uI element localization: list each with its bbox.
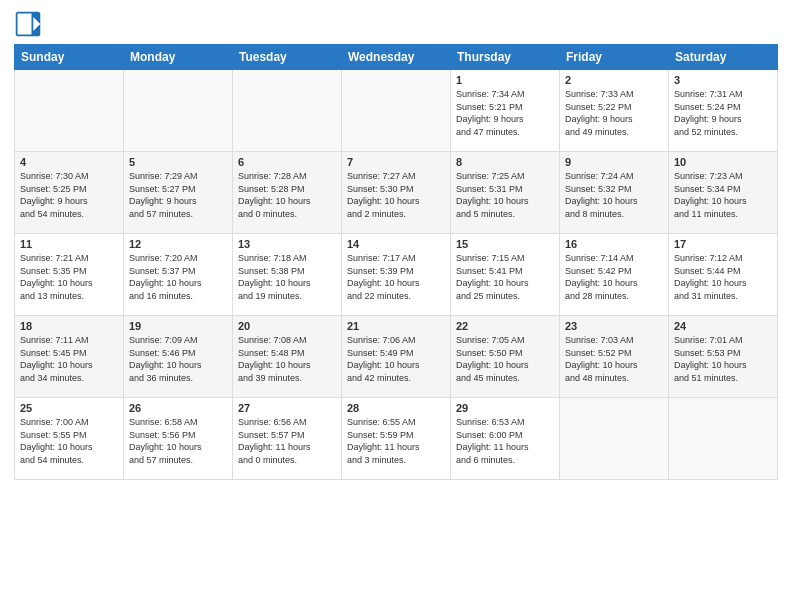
calendar-cell [560, 398, 669, 480]
cell-content: Sunrise: 6:53 AM Sunset: 6:00 PM Dayligh… [456, 416, 554, 466]
cell-content: Sunrise: 6:56 AM Sunset: 5:57 PM Dayligh… [238, 416, 336, 466]
calendar-cell: 16Sunrise: 7:14 AM Sunset: 5:42 PM Dayli… [560, 234, 669, 316]
cell-content: Sunrise: 6:58 AM Sunset: 5:56 PM Dayligh… [129, 416, 227, 466]
day-number: 4 [20, 156, 118, 168]
cell-content: Sunrise: 7:01 AM Sunset: 5:53 PM Dayligh… [674, 334, 772, 384]
header-cell-saturday: Saturday [669, 45, 778, 70]
calendar-cell: 21Sunrise: 7:06 AM Sunset: 5:49 PM Dayli… [342, 316, 451, 398]
day-number: 27 [238, 402, 336, 414]
cell-content: Sunrise: 7:33 AM Sunset: 5:22 PM Dayligh… [565, 88, 663, 138]
day-number: 18 [20, 320, 118, 332]
calendar-cell: 3Sunrise: 7:31 AM Sunset: 5:24 PM Daylig… [669, 70, 778, 152]
calendar-cell: 6Sunrise: 7:28 AM Sunset: 5:28 PM Daylig… [233, 152, 342, 234]
calendar-cell: 10Sunrise: 7:23 AM Sunset: 5:34 PM Dayli… [669, 152, 778, 234]
calendar-cell: 23Sunrise: 7:03 AM Sunset: 5:52 PM Dayli… [560, 316, 669, 398]
week-row-1: 1Sunrise: 7:34 AM Sunset: 5:21 PM Daylig… [15, 70, 778, 152]
calendar-cell: 11Sunrise: 7:21 AM Sunset: 5:35 PM Dayli… [15, 234, 124, 316]
calendar-cell: 8Sunrise: 7:25 AM Sunset: 5:31 PM Daylig… [451, 152, 560, 234]
day-number: 26 [129, 402, 227, 414]
day-number: 13 [238, 238, 336, 250]
day-number: 12 [129, 238, 227, 250]
day-number: 25 [20, 402, 118, 414]
cell-content: Sunrise: 7:08 AM Sunset: 5:48 PM Dayligh… [238, 334, 336, 384]
day-number: 15 [456, 238, 554, 250]
calendar-cell [669, 398, 778, 480]
cell-content: Sunrise: 7:30 AM Sunset: 5:25 PM Dayligh… [20, 170, 118, 220]
calendar-cell: 19Sunrise: 7:09 AM Sunset: 5:46 PM Dayli… [124, 316, 233, 398]
header-cell-monday: Monday [124, 45, 233, 70]
day-number: 11 [20, 238, 118, 250]
day-number: 29 [456, 402, 554, 414]
calendar-header: SundayMondayTuesdayWednesdayThursdayFrid… [15, 45, 778, 70]
header-cell-thursday: Thursday [451, 45, 560, 70]
cell-content: Sunrise: 7:23 AM Sunset: 5:34 PM Dayligh… [674, 170, 772, 220]
cell-content: Sunrise: 7:06 AM Sunset: 5:49 PM Dayligh… [347, 334, 445, 384]
day-number: 16 [565, 238, 663, 250]
calendar-cell: 2Sunrise: 7:33 AM Sunset: 5:22 PM Daylig… [560, 70, 669, 152]
cell-content: Sunrise: 7:24 AM Sunset: 5:32 PM Dayligh… [565, 170, 663, 220]
cell-content: Sunrise: 6:55 AM Sunset: 5:59 PM Dayligh… [347, 416, 445, 466]
svg-rect-2 [18, 14, 32, 35]
cell-content: Sunrise: 7:14 AM Sunset: 5:42 PM Dayligh… [565, 252, 663, 302]
day-number: 21 [347, 320, 445, 332]
logo-icon [14, 10, 42, 38]
logo [14, 10, 46, 38]
calendar-cell [124, 70, 233, 152]
header-cell-friday: Friday [560, 45, 669, 70]
calendar-cell: 1Sunrise: 7:34 AM Sunset: 5:21 PM Daylig… [451, 70, 560, 152]
cell-content: Sunrise: 7:15 AM Sunset: 5:41 PM Dayligh… [456, 252, 554, 302]
header-cell-sunday: Sunday [15, 45, 124, 70]
calendar-body: 1Sunrise: 7:34 AM Sunset: 5:21 PM Daylig… [15, 70, 778, 480]
day-number: 5 [129, 156, 227, 168]
calendar-cell: 12Sunrise: 7:20 AM Sunset: 5:37 PM Dayli… [124, 234, 233, 316]
cell-content: Sunrise: 7:00 AM Sunset: 5:55 PM Dayligh… [20, 416, 118, 466]
week-row-2: 4Sunrise: 7:30 AM Sunset: 5:25 PM Daylig… [15, 152, 778, 234]
day-number: 6 [238, 156, 336, 168]
cell-content: Sunrise: 7:27 AM Sunset: 5:30 PM Dayligh… [347, 170, 445, 220]
calendar-cell: 27Sunrise: 6:56 AM Sunset: 5:57 PM Dayli… [233, 398, 342, 480]
cell-content: Sunrise: 7:28 AM Sunset: 5:28 PM Dayligh… [238, 170, 336, 220]
week-row-3: 11Sunrise: 7:21 AM Sunset: 5:35 PM Dayli… [15, 234, 778, 316]
calendar-table: SundayMondayTuesdayWednesdayThursdayFrid… [14, 44, 778, 480]
day-number: 10 [674, 156, 772, 168]
week-row-5: 25Sunrise: 7:00 AM Sunset: 5:55 PM Dayli… [15, 398, 778, 480]
calendar-cell: 24Sunrise: 7:01 AM Sunset: 5:53 PM Dayli… [669, 316, 778, 398]
cell-content: Sunrise: 7:34 AM Sunset: 5:21 PM Dayligh… [456, 88, 554, 138]
calendar-cell: 25Sunrise: 7:00 AM Sunset: 5:55 PM Dayli… [15, 398, 124, 480]
calendar-cell: 5Sunrise: 7:29 AM Sunset: 5:27 PM Daylig… [124, 152, 233, 234]
day-number: 19 [129, 320, 227, 332]
cell-content: Sunrise: 7:20 AM Sunset: 5:37 PM Dayligh… [129, 252, 227, 302]
page: SundayMondayTuesdayWednesdayThursdayFrid… [0, 0, 792, 612]
week-row-4: 18Sunrise: 7:11 AM Sunset: 5:45 PM Dayli… [15, 316, 778, 398]
day-number: 24 [674, 320, 772, 332]
day-number: 20 [238, 320, 336, 332]
cell-content: Sunrise: 7:12 AM Sunset: 5:44 PM Dayligh… [674, 252, 772, 302]
calendar-cell [15, 70, 124, 152]
calendar-cell: 4Sunrise: 7:30 AM Sunset: 5:25 PM Daylig… [15, 152, 124, 234]
day-number: 22 [456, 320, 554, 332]
header-row: SundayMondayTuesdayWednesdayThursdayFrid… [15, 45, 778, 70]
calendar-cell: 29Sunrise: 6:53 AM Sunset: 6:00 PM Dayli… [451, 398, 560, 480]
day-number: 17 [674, 238, 772, 250]
day-number: 7 [347, 156, 445, 168]
cell-content: Sunrise: 7:11 AM Sunset: 5:45 PM Dayligh… [20, 334, 118, 384]
calendar-cell: 7Sunrise: 7:27 AM Sunset: 5:30 PM Daylig… [342, 152, 451, 234]
header [14, 10, 778, 38]
header-cell-tuesday: Tuesday [233, 45, 342, 70]
calendar-cell: 22Sunrise: 7:05 AM Sunset: 5:50 PM Dayli… [451, 316, 560, 398]
day-number: 1 [456, 74, 554, 86]
day-number: 28 [347, 402, 445, 414]
cell-content: Sunrise: 7:05 AM Sunset: 5:50 PM Dayligh… [456, 334, 554, 384]
calendar-cell: 20Sunrise: 7:08 AM Sunset: 5:48 PM Dayli… [233, 316, 342, 398]
cell-content: Sunrise: 7:25 AM Sunset: 5:31 PM Dayligh… [456, 170, 554, 220]
day-number: 8 [456, 156, 554, 168]
calendar-cell: 18Sunrise: 7:11 AM Sunset: 5:45 PM Dayli… [15, 316, 124, 398]
calendar-cell: 17Sunrise: 7:12 AM Sunset: 5:44 PM Dayli… [669, 234, 778, 316]
day-number: 9 [565, 156, 663, 168]
cell-content: Sunrise: 7:09 AM Sunset: 5:46 PM Dayligh… [129, 334, 227, 384]
cell-content: Sunrise: 7:31 AM Sunset: 5:24 PM Dayligh… [674, 88, 772, 138]
day-number: 2 [565, 74, 663, 86]
calendar-cell: 28Sunrise: 6:55 AM Sunset: 5:59 PM Dayli… [342, 398, 451, 480]
calendar-cell [342, 70, 451, 152]
calendar-cell: 14Sunrise: 7:17 AM Sunset: 5:39 PM Dayli… [342, 234, 451, 316]
